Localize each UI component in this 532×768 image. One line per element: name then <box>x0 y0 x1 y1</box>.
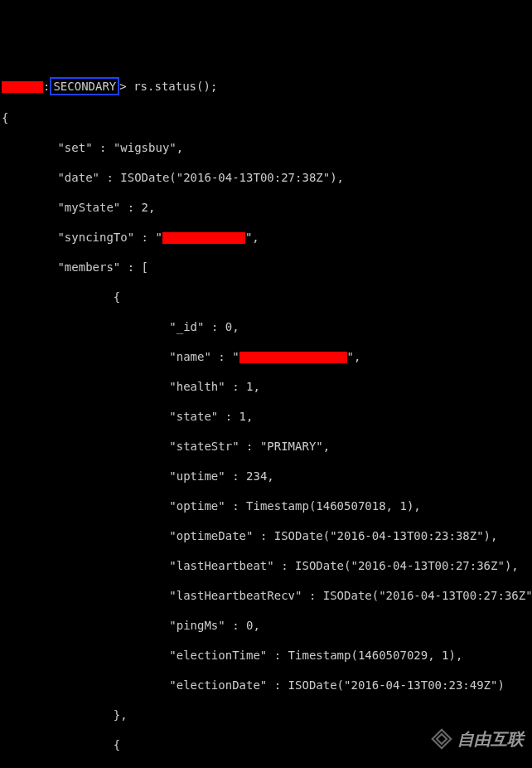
key: "myState" <box>57 201 120 214</box>
value: 1 <box>246 380 253 393</box>
key: "set" <box>57 141 92 154</box>
key: "state" <box>169 410 218 423</box>
value: 0 <box>225 320 232 333</box>
value: 1 <box>239 410 246 423</box>
key: "syncingTo" <box>57 231 134 244</box>
key: "optimeDate" <box>169 529 253 542</box>
watermark-logo-icon <box>429 727 454 751</box>
key: "electionTime" <box>169 649 267 662</box>
value: ISODate("2016-04-13T00:27:36Z") <box>295 559 511 572</box>
key: "optime" <box>169 499 225 513</box>
command-text: rs.status(); <box>133 80 217 93</box>
value: Timestamp(1460507029, 1) <box>288 649 456 662</box>
value: ISODate("2016-04-13T00:23:38Z") <box>274 529 491 542</box>
watermark: 自由互联 <box>429 727 524 751</box>
terminal-output[interactable]: XXXXX:SECONDARY> rs.status(); { "set" : … <box>2 62 530 768</box>
key: "date" <box>57 171 99 184</box>
key: "pingMs" <box>169 619 225 632</box>
key: "stateStr" <box>169 440 239 453</box>
role-badge-secondary: SECONDARY <box>50 77 119 95</box>
key: "members" <box>57 260 120 274</box>
redacted-host: XXXXXXXXXXXXX <box>239 352 347 363</box>
value: "wigsbuy" <box>114 141 177 154</box>
value: 2 <box>142 201 148 214</box>
value: ISODate("2016-04-13T00:23:49Z") <box>288 678 505 692</box>
value: 234 <box>246 469 267 483</box>
key: "lastHeartbeatRecv" <box>169 589 302 602</box>
value: Timestamp(1460507018, 1) <box>246 499 414 513</box>
prompt-gt: > <box>119 80 126 93</box>
key: "uptime" <box>169 469 225 483</box>
redacted-host: XXXXXXXXXX <box>162 232 245 244</box>
key: "lastHeartbeat" <box>169 559 273 572</box>
key: "name" <box>169 350 211 363</box>
value: ISODate("2016-04-13T00:27:36Z") <box>323 589 532 602</box>
value: "PRIMARY" <box>260 440 323 453</box>
key: "electionDate" <box>169 678 267 692</box>
value: ISODate("2016-04-13T00:27:38Z") <box>120 171 336 184</box>
key: "health" <box>169 380 225 393</box>
key: "_id" <box>169 320 204 333</box>
watermark-text: 自由互联 <box>457 732 524 746</box>
redacted-hostname: XXXXX <box>2 81 43 93</box>
value: 0 <box>246 619 253 632</box>
